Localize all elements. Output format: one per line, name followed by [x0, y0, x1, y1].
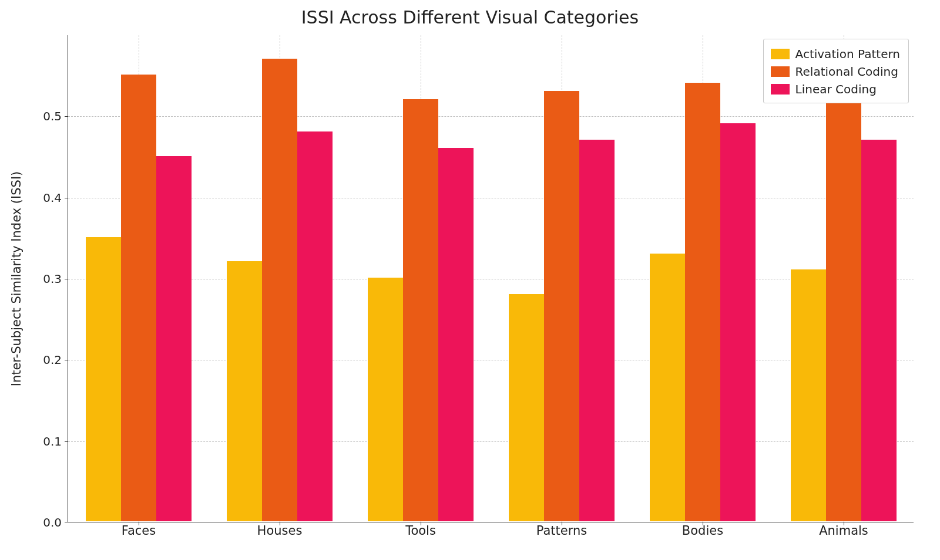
- bar-relational: [544, 91, 579, 521]
- ytick-label: 0.2: [26, 353, 62, 367]
- ytick-mark: [65, 360, 68, 360]
- legend-swatch: [771, 49, 790, 59]
- bar-activation: [509, 294, 544, 521]
- gridline-h: [68, 279, 914, 279]
- chart-stage: ISSI Across Different Visual Categories …: [0, 0, 940, 560]
- legend: Activation Pattern Relational Coding Lin…: [763, 39, 909, 103]
- bar-relational: [403, 99, 438, 521]
- legend-swatch: [771, 84, 790, 95]
- bar-relational: [826, 66, 861, 521]
- legend-label: Linear Coding: [795, 80, 877, 98]
- ytick-mark: [65, 198, 68, 198]
- ytick-mark: [65, 522, 68, 522]
- gridline-h: [68, 441, 914, 442]
- gridline-h: [68, 116, 914, 117]
- bar-relational: [685, 83, 720, 521]
- ytick-mark: [65, 279, 68, 279]
- y-axis-label: Inter-Subject Similarity Index (ISSI): [9, 171, 24, 387]
- plot-area: Faces Houses Tools Patterns Bodies Anima…: [68, 35, 914, 522]
- bar-relational: [121, 75, 156, 521]
- chart-title: ISSI Across Different Visual Categories: [0, 7, 940, 28]
- xtick-label: Bodies: [656, 524, 750, 538]
- ytick-mark: [65, 441, 68, 442]
- legend-item: Linear Coding: [771, 80, 900, 98]
- ytick-label: 0.1: [26, 434, 62, 448]
- bar-linear: [438, 148, 474, 521]
- legend-label: Activation Pattern: [795, 45, 900, 63]
- legend-swatch: [771, 66, 790, 77]
- xtick-label: Animals: [797, 524, 891, 538]
- legend-item: Relational Coding: [771, 63, 900, 80]
- xtick-label: Tools: [374, 524, 468, 538]
- bar-linear: [720, 123, 756, 521]
- gridline-h: [68, 360, 914, 360]
- bar-linear: [156, 156, 192, 522]
- bar-activation: [86, 237, 121, 521]
- bar-activation: [227, 261, 262, 521]
- xtick-label: Faces: [92, 524, 186, 538]
- ytick-label: 0.0: [26, 515, 62, 529]
- bar-activation: [650, 254, 685, 522]
- bar-linear: [861, 140, 897, 521]
- ytick-label: 0.4: [26, 191, 62, 205]
- bar-linear: [579, 140, 615, 521]
- ytick-label: 0.5: [26, 109, 62, 123]
- legend-item: Activation Pattern: [771, 45, 900, 63]
- bar-linear: [297, 131, 333, 521]
- gridline-h: [68, 198, 914, 198]
- bar-activation: [368, 278, 403, 521]
- legend-label: Relational Coding: [795, 63, 898, 80]
- ytick-mark: [65, 116, 68, 117]
- bar-activation: [791, 269, 826, 521]
- xtick-label: Houses: [233, 524, 327, 538]
- bar-relational: [262, 59, 297, 522]
- xtick-label: Patterns: [515, 524, 609, 538]
- ytick-label: 0.3: [26, 272, 62, 286]
